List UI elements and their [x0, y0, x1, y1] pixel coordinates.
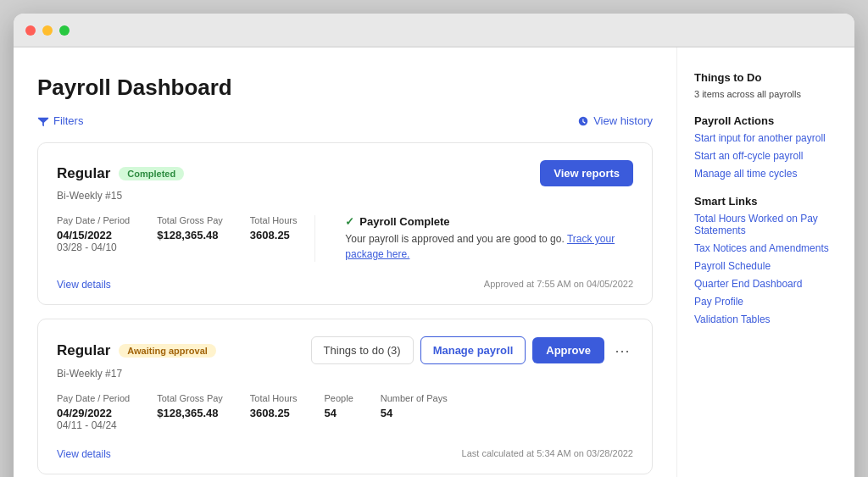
sidebar-link-quarter-end[interactable]: Quarter End Dashboard	[694, 278, 837, 290]
card-1-title: Regular	[57, 165, 110, 182]
sidebar: Things to Do 3 items across all payrolls…	[676, 47, 854, 477]
card2-hours-value: 3608.25	[250, 407, 298, 419]
card2-gross-pay-value: $128,365.48	[157, 407, 223, 419]
card-1-divider	[314, 215, 315, 262]
card-1-header: Regular Completed View reports	[57, 160, 633, 186]
card-2-num-pays: Number of Pays 54	[381, 393, 448, 431]
card-1-view-details[interactable]: View details	[57, 279, 111, 291]
pay-date-label: Pay Date / Period	[57, 215, 130, 225]
view-reports-button[interactable]: View reports	[540, 160, 633, 186]
card2-pay-date-value: 04/29/2022	[57, 407, 130, 419]
filters-button[interactable]: Filters	[37, 114, 83, 127]
card-2-view-details[interactable]: View details	[57, 448, 111, 460]
card-2-gross-pay: Total Gross Pay $128,365.48	[157, 393, 223, 431]
filter-icon	[37, 115, 49, 127]
sidebar-payroll-actions-title: Payroll Actions	[694, 114, 837, 127]
pay-date-value: 04/15/2022	[57, 229, 130, 241]
card-1-footer: Approved at 7:55 AM on 04/05/2022	[484, 279, 633, 289]
payroll-complete-title: ✓ Payroll Complete	[345, 215, 633, 228]
card-1-subtitle: Bi-Weekly #15	[57, 190, 633, 202]
sidebar-link-tax-notices[interactable]: Tax Notices and Amendments	[694, 242, 837, 254]
payroll-card-2: Regular Awaiting approval Things to do (…	[37, 319, 653, 474]
card-2-pay-date: Pay Date / Period 04/29/2022 04/11 - 04/…	[57, 393, 130, 431]
card-1-gross-pay: Total Gross Pay $128,365.48	[157, 215, 223, 253]
card2-num-pays-value: 54	[381, 407, 448, 419]
titlebar	[14, 14, 854, 47]
sidebar-link-pay-profile[interactable]: Pay Profile	[694, 296, 837, 308]
things-to-do-button[interactable]: Things to do (3)	[311, 336, 414, 364]
app-window: Payroll Dashboard Filters View history R…	[14, 14, 854, 477]
manage-payroll-button[interactable]: Manage payroll	[420, 336, 526, 364]
maximize-dot[interactable]	[59, 25, 70, 36]
minimize-dot[interactable]	[42, 25, 53, 36]
payroll-complete-section: ✓ Payroll Complete Your payroll is appro…	[345, 215, 633, 262]
approve-button[interactable]: Approve	[532, 337, 604, 363]
hours-value: 3608.25	[250, 229, 298, 241]
card2-hours-label: Total Hours	[250, 393, 298, 403]
card-1-body: Pay Date / Period 04/15/2022 03/28 - 04/…	[57, 215, 633, 262]
sidebar-things-to-do-title: Things to Do	[694, 71, 837, 84]
gross-pay-value: $128,365.48	[157, 229, 223, 241]
sidebar-smart-links-title: Smart Links	[694, 195, 837, 208]
sidebar-link-off-cycle[interactable]: Start an off-cycle payroll	[694, 150, 837, 162]
card-2-footer: Last calculated at 5:34 AM on 03/28/2022	[462, 448, 633, 458]
sidebar-link-time-cycles[interactable]: Manage all time cycles	[694, 168, 837, 180]
card2-pay-date-label: Pay Date / Period	[57, 393, 130, 403]
card2-gross-pay-label: Total Gross Pay	[157, 393, 223, 403]
card-2-data-row: Pay Date / Period 04/29/2022 04/11 - 04/…	[57, 393, 633, 431]
card-2-header: Regular Awaiting approval Things to do (…	[57, 336, 633, 364]
card-1-data: Pay Date / Period 04/15/2022 03/28 - 04/…	[57, 215, 298, 257]
sidebar-link-validation[interactable]: Validation Tables	[694, 313, 837, 325]
card-1-data-row: Pay Date / Period 04/15/2022 03/28 - 04/…	[57, 215, 298, 253]
sidebar-link-payroll-schedule[interactable]: Payroll Schedule	[694, 260, 837, 272]
view-history-button[interactable]: View history	[577, 114, 653, 127]
card-2-title-row: Regular Awaiting approval	[57, 342, 216, 359]
content-area: Payroll Dashboard Filters View history R…	[14, 47, 854, 477]
page-title: Payroll Dashboard	[37, 75, 653, 101]
pay-date-range: 03/28 - 04/10	[57, 241, 130, 253]
card-1-title-row: Regular Completed	[57, 165, 184, 182]
more-options-icon[interactable]: ⋯	[611, 338, 633, 363]
card-1-pay-date: Pay Date / Period 04/15/2022 03/28 - 04/…	[57, 215, 130, 253]
history-icon	[577, 115, 589, 127]
main-panel: Payroll Dashboard Filters View history R…	[14, 47, 676, 477]
card2-pay-date-range: 04/11 - 04/24	[57, 419, 130, 431]
payroll-complete-desc: Your payroll is approved and you are goo…	[345, 231, 633, 262]
sidebar-things-count: 3 items across all payrolls	[694, 89, 837, 99]
card2-people-label: People	[325, 393, 353, 403]
card-1-hours: Total Hours 3608.25	[250, 215, 298, 253]
card-1-badge: Completed	[119, 167, 184, 180]
sidebar-link-start-input[interactable]: Start input for another payroll	[694, 132, 837, 144]
card-2-badge: Awaiting approval	[119, 344, 216, 358]
card-2-actions: Things to do (3) Manage payroll Approve …	[311, 336, 633, 364]
close-dot[interactable]	[25, 25, 36, 36]
payroll-card-1: Regular Completed View reports Bi-Weekly…	[37, 142, 653, 305]
card2-num-pays-label: Number of Pays	[381, 393, 448, 403]
hours-label: Total Hours	[250, 215, 298, 225]
sidebar-link-total-hours[interactable]: Total Hours Worked on Pay Statements	[694, 213, 837, 236]
check-icon: ✓	[345, 215, 354, 228]
card-2-title: Regular	[57, 342, 110, 359]
gross-pay-label: Total Gross Pay	[157, 215, 223, 225]
card-2-hours: Total Hours 3608.25	[250, 393, 298, 431]
toolbar: Filters View history	[37, 114, 653, 127]
card2-people-value: 54	[325, 407, 353, 419]
card-2-subtitle: Bi-Weekly #17	[57, 368, 633, 380]
card-2-people: People 54	[325, 393, 353, 431]
